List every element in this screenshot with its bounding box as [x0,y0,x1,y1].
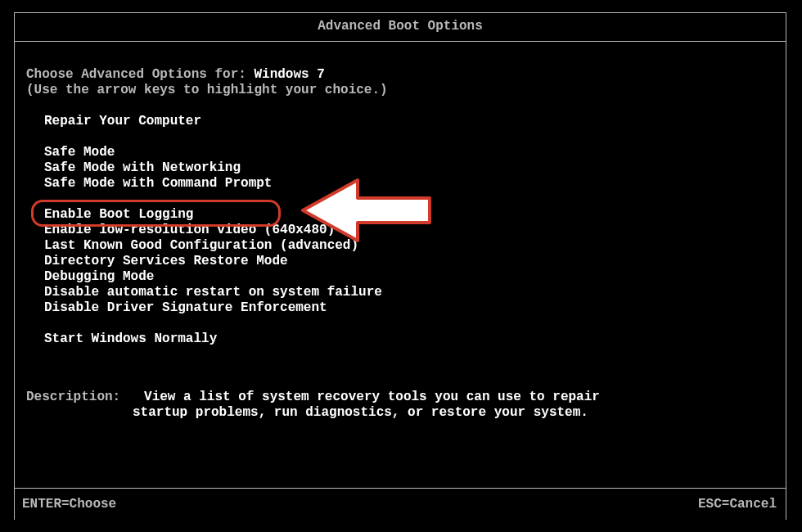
menu-item-last-known-good[interactable]: Last Known Good Configuration (advanced) [44,238,771,254]
menu-item-boot-logging[interactable]: Enable Boot Logging [44,207,771,223]
footer-enter: ENTER=Choose [22,489,116,520]
boot-menu[interactable]: Repair Your Computer Safe Mode Safe Mode… [44,114,771,347]
description-block: Description: View a list of system recov… [26,390,771,421]
menu-item-no-auto-restart[interactable]: Disable automatic restart on system fail… [44,285,771,300]
description-line2: startup problems, run diagnostics, or re… [133,405,771,421]
title-text: Advanced Boot Options [318,19,483,34]
menu-item-start-normally[interactable]: Start Windows Normally [44,331,771,347]
os-name: Windows 7 [254,67,324,82]
menu-item-debugging[interactable]: Debugging Mode [44,269,771,285]
hint-line: (Use the arrow keys to highlight your ch… [26,83,771,98]
group-repair: Repair Your Computer [44,114,771,129]
choose-prefix: Choose Advanced Options for: [26,67,254,82]
description-label: Description: [26,390,120,404]
group-normal: Start Windows Normally [44,331,771,347]
menu-item-repair[interactable]: Repair Your Computer [44,114,771,129]
description-line1: View a list of system recovery tools you… [144,390,600,404]
group-safe: Safe Mode Safe Mode with Networking Safe… [44,145,771,192]
group-misc: Enable Boot Logging Enable low-resolutio… [44,207,771,316]
footer-bar: ENTER=Choose ESC=Cancel [14,488,786,520]
menu-item-low-res[interactable]: Enable low-resolution video (640x480) [44,223,771,238]
choose-line: Choose Advanced Options for: Windows 7 [26,67,771,83]
menu-item-safe-networking[interactable]: Safe Mode with Networking [44,160,771,176]
footer-esc: ESC=Cancel [698,489,777,520]
menu-item-ds-restore[interactable]: Directory Services Restore Mode [44,254,771,269]
menu-item-safe-mode[interactable]: Safe Mode [44,145,771,160]
title-bar: Advanced Boot Options [14,12,786,42]
content-area: Choose Advanced Options for: Windows 7 (… [26,67,771,421]
menu-item-safe-command[interactable]: Safe Mode with Command Prompt [44,176,771,192]
menu-item-no-driver-sig[interactable]: Disable Driver Signature Enforcement [44,300,771,316]
